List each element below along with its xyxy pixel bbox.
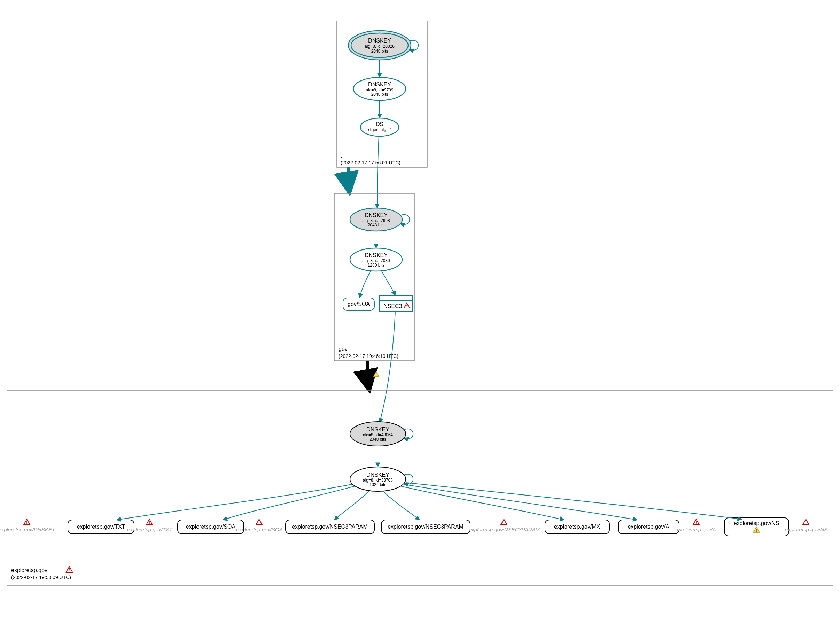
node-rr-nsec3param-a: exploretsp.gov/NSEC3PARAM xyxy=(286,520,374,534)
svg-text:alg=8, id=20326: alg=8, id=20326 xyxy=(365,44,394,49)
node-rr-soa: exploretsp.gov/SOA xyxy=(178,520,244,534)
zone-root: . (2022-02-17 17:56:01 UTC) DNSKEY alg=8… xyxy=(337,21,427,167)
node-root-zsk: DNSKEY alg=8, id=9799 2048 bits xyxy=(353,77,406,101)
svg-text:DNSKEY: DNSKEY xyxy=(365,252,388,258)
node-gov-nsec3: NSEC3 ! xyxy=(380,296,413,311)
svg-text:!: ! xyxy=(376,373,376,377)
warning-icon: ! xyxy=(146,519,152,525)
svg-text:exploretsp.gov/A: exploretsp.gov/A xyxy=(677,526,716,532)
svg-text:exploretsp.gov/NS: exploretsp.gov/NS xyxy=(785,526,828,532)
svg-rect-30 xyxy=(7,390,833,585)
node-gov-soa: gov/SOA xyxy=(343,298,374,311)
warning-icon: ! xyxy=(501,519,507,525)
svg-text:DNSKEY: DNSKEY xyxy=(366,427,390,433)
warning-icon: ! xyxy=(693,519,699,525)
warning-icon: ! xyxy=(24,519,30,525)
edge-ds-to-gov-ksk xyxy=(377,136,379,208)
svg-text:alg=8, id=33708: alg=8, id=33708 xyxy=(363,478,393,483)
node-rr-ns: exploretsp.gov/NS ! xyxy=(724,518,789,536)
svg-text:DNSKEY: DNSKEY xyxy=(368,82,391,87)
svg-text:exploretsp.gov/SOA: exploretsp.gov/SOA xyxy=(236,526,282,532)
dnssec-diagram: . (2022-02-17 17:56:01 UTC) DNSKEY alg=8… xyxy=(0,0,840,622)
svg-text:1280 bits: 1280 bits xyxy=(368,263,385,268)
ghost-dnskey: ! exploretsp.gov/DNSKEY xyxy=(0,519,56,532)
ghost-nsec3param: ! exploretsp.gov/NSEC3PARAM xyxy=(469,519,540,532)
svg-text:exploretsp.gov/NSEC3PARAM: exploretsp.gov/NSEC3PARAM xyxy=(292,524,368,530)
zone-root-timestamp: (2022-02-17 17:56:01 UTC) xyxy=(341,160,400,166)
svg-text:exploretsp.gov/A: exploretsp.gov/A xyxy=(628,524,670,530)
svg-text:2048 bits: 2048 bits xyxy=(371,49,388,54)
svg-text:1024 bits: 1024 bits xyxy=(370,482,387,487)
zone-root-label: . xyxy=(341,152,342,159)
svg-text:!: ! xyxy=(149,520,150,525)
warning-icon: ! xyxy=(373,372,379,377)
node-gov-ksk: DNSKEY alg=8, id=7698 2048 bits xyxy=(350,208,409,231)
svg-text:!: ! xyxy=(503,520,505,525)
svg-text:!: ! xyxy=(695,520,697,525)
svg-text:exploretsp.gov/TXT: exploretsp.gov/TXT xyxy=(127,526,173,532)
node-root-ksk: DNSKEY alg=8, id=20326 2048 bits xyxy=(348,30,418,60)
svg-text:alg=8, id=7698: alg=8, id=7698 xyxy=(362,218,390,223)
zone-exploretsp: exploretsp.gov ! (2022-02-17 19:50:09 UT… xyxy=(0,390,833,585)
svg-text:!: ! xyxy=(805,520,807,525)
ghost-a: ! exploretsp.gov/A xyxy=(677,519,716,532)
node-exp-ksk: DNSKEY alg=8, id=48064 2048 bits xyxy=(350,422,413,446)
svg-text:exploretsp.gov/MX: exploretsp.gov/MX xyxy=(554,524,600,530)
zone-gov-label: gov xyxy=(338,346,348,352)
svg-text:2048 bits: 2048 bits xyxy=(370,437,387,442)
warning-icon: ! xyxy=(803,519,809,525)
node-rr-nsec3param-b: exploretsp.gov/NSEC3PARAM xyxy=(381,520,470,534)
svg-text:alg=8, id=9799: alg=8, id=9799 xyxy=(366,87,394,92)
svg-text:!: ! xyxy=(259,520,260,525)
node-rr-mx: exploretsp.gov/MX xyxy=(545,520,609,534)
svg-text:DS: DS xyxy=(376,121,383,127)
svg-text:exploretsp.gov/NSEC3PARAM: exploretsp.gov/NSEC3PARAM xyxy=(469,526,540,532)
svg-text:gov/SOA: gov/SOA xyxy=(348,301,370,307)
edge-nsec3-to-exp-ksk xyxy=(380,311,395,423)
node-exp-zsk: DNSKEY alg=8, id=33708 1024 bits xyxy=(350,467,413,491)
ghost-ns: ! exploretsp.gov/NS xyxy=(785,519,828,532)
svg-text:!: ! xyxy=(26,520,27,525)
node-gov-zsk: DNSKEY alg=8, id=7030 1280 bits xyxy=(350,248,402,271)
node-rr-a: exploretsp.gov/A xyxy=(618,520,679,534)
svg-text:DNSKEY: DNSKEY xyxy=(365,212,388,218)
svg-text:NSEC3: NSEC3 xyxy=(383,303,402,309)
zone-exp-timestamp: (2022-02-17 19:50:09 UTC) xyxy=(11,575,71,580)
zone-gov-timestamp: (2022-02-17 19:46:19 UTC) xyxy=(338,353,399,359)
svg-text:!: ! xyxy=(756,528,757,532)
svg-text:alg=8, id=7030: alg=8, id=7030 xyxy=(362,258,390,263)
node-rr-txt: exploretsp.gov/TXT xyxy=(68,520,134,534)
svg-text:exploretsp.gov/NSEC3PARAM: exploretsp.gov/NSEC3PARAM xyxy=(388,524,464,530)
svg-text:exploretsp.gov/TXT: exploretsp.gov/TXT xyxy=(77,524,125,530)
warning-icon: ! xyxy=(256,519,262,525)
warning-icon: ! xyxy=(66,567,72,573)
svg-text:exploretsp.gov/DNSKEY: exploretsp.gov/DNSKEY xyxy=(0,526,56,532)
edge-root-to-gov-thick xyxy=(348,167,349,192)
svg-text:digest alg=2: digest alg=2 xyxy=(368,127,391,132)
svg-text:alg=8, id=48064: alg=8, id=48064 xyxy=(363,433,393,437)
svg-text:exploretsp.gov/NS: exploretsp.gov/NS xyxy=(734,520,779,526)
zone-exp-label: exploretsp.gov xyxy=(11,567,47,573)
svg-text:!: ! xyxy=(406,304,408,308)
svg-text:2048 bits: 2048 bits xyxy=(371,92,388,97)
zone-gov: gov (2022-02-17 19:46:19 UTC) DNSKEY alg… xyxy=(334,194,414,361)
svg-text:DNSKEY: DNSKEY xyxy=(368,38,391,44)
svg-text:!: ! xyxy=(68,568,70,573)
svg-text:exploretsp.gov/SOA: exploretsp.gov/SOA xyxy=(186,524,236,530)
edge-gov-to-exp-black xyxy=(367,361,369,389)
svg-text:2048 bits: 2048 bits xyxy=(368,223,385,227)
node-root-ds: DS digest alg=2 xyxy=(361,118,399,136)
svg-text:DNSKEY: DNSKEY xyxy=(366,472,390,478)
